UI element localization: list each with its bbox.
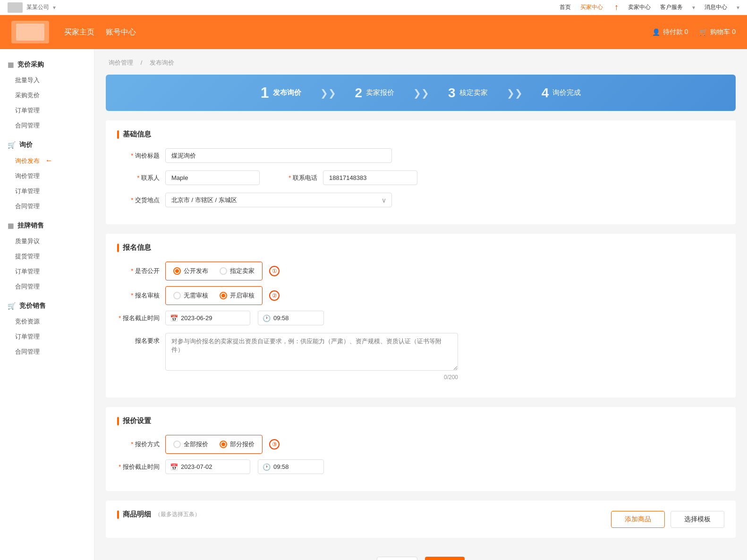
header-nav-buyer-home[interactable]: 买家主页: [64, 27, 94, 37]
step-arrow-3: ❯❯: [507, 87, 523, 99]
sidebar-item-bidding-resource[interactable]: 竞价资源: [0, 314, 94, 329]
product-hint: （最多选择五条）: [155, 510, 200, 518]
customer-service-arrow: ▾: [692, 4, 695, 11]
main-layout: ▦ 竞价采购 批量导入 采购竞价 订单管理 合同管理 🛒 询价 询价发布 ← 询…: [0, 49, 747, 560]
badge-1: ①: [269, 266, 280, 276]
step-4: 4 询价完成: [526, 85, 596, 101]
company-name: 某某公司: [26, 3, 49, 11]
calendar-icon-2: 📅: [170, 463, 178, 471]
radio-circle-designated: [220, 267, 227, 275]
nav-buyer-center[interactable]: 买家中心: [580, 3, 603, 11]
person-icon: 👤: [652, 28, 660, 36]
radio-public-publish[interactable]: 公开发布: [173, 267, 208, 275]
reg-date-wrapper: 📅: [165, 311, 250, 325]
back-button[interactable]: 返回: [377, 557, 417, 560]
quote-date-wrapper: 📅: [165, 459, 250, 474]
phone-input[interactable]: [323, 170, 417, 185]
step-arrow-2: ❯❯: [413, 87, 429, 99]
contact-label: 联系人: [117, 174, 160, 182]
sidebar-item-order-mgmt-1[interactable]: 订单管理: [0, 103, 94, 118]
delivery-location-label: 交货地点: [117, 196, 160, 204]
select-template-button[interactable]: 选择模板: [671, 511, 724, 528]
sidebar-section-bidding-purchase: ▦ 竞价采购 批量导入 采购竞价 订单管理 合同管理: [0, 57, 94, 133]
radio-no-review[interactable]: 无需审核: [173, 291, 208, 300]
quote-datetime: 📅 🕐: [165, 459, 324, 474]
sidebar-item-contract-mgmt-2[interactable]: 合同管理: [0, 199, 94, 214]
sidebar-item-purchase-bidding[interactable]: 采购竞价: [0, 88, 94, 103]
reg-requirements-counter: 0/200: [165, 374, 458, 381]
badge-3: ③: [269, 439, 280, 450]
step-3: 3 核定卖家: [433, 85, 503, 101]
sidebar-item-contract-mgmt-3[interactable]: 合同管理: [0, 279, 94, 294]
sidebar-item-delivery-mgmt[interactable]: 提货管理: [0, 249, 94, 264]
top-nav-right: 首页 买家中心 ↑ 卖家中心 客户服务 ▾ 消息中心 ▾: [560, 2, 739, 12]
sidebar-section-listing-sales: ▦ 挂牌销售 质量异议 提货管理 订单管理 合同管理: [0, 218, 94, 294]
cart-icon-bidding: 🛒: [8, 302, 16, 310]
step-1: 1 发布询价: [246, 84, 316, 102]
breadcrumb: 询价管理 / 发布询价: [106, 59, 736, 67]
quote-date-input[interactable]: [165, 459, 250, 474]
submit-button[interactable]: 提交: [425, 557, 465, 560]
radio-circle-partial-quote: [220, 441, 227, 448]
sidebar-section-title-bidding-purchase: ▦ 竞价采购: [0, 57, 94, 73]
quote-time-wrapper: 🕐: [258, 459, 324, 474]
sidebar-item-contract-mgmt-1[interactable]: 合同管理: [0, 118, 94, 133]
product-details-card: 商品明细 （最多选择五条） 添加商品 选择模板: [106, 501, 736, 538]
header-nav-account[interactable]: 账号中心: [106, 27, 136, 37]
radio-partial-quote[interactable]: 部分报价: [220, 440, 255, 449]
reg-time-wrapper: 🕐: [258, 311, 324, 325]
inquiry-title-row: 询价标题: [117, 148, 724, 163]
delivery-location-select-wrapper[interactable]: 北京市 / 市辖区 / 东城区: [165, 193, 392, 207]
header-nav: 买家主页 账号中心: [64, 27, 136, 37]
top-nav-left: 某某公司 ▾: [8, 2, 56, 13]
quote-deadline-row: 报价截止时间 📅 🕐: [117, 459, 724, 474]
reg-requirements-textarea[interactable]: [165, 333, 458, 371]
contact-input[interactable]: [165, 170, 260, 185]
sidebar-section-title-bidding-sales: 🛒 竞价销售: [0, 298, 94, 314]
reg-date-input[interactable]: [165, 311, 250, 325]
sidebar-item-inquiry-publish[interactable]: 询价发布 ←: [0, 153, 94, 169]
review-label: 报名审核: [117, 291, 160, 300]
sidebar-item-batch-import[interactable]: 批量导入: [0, 73, 94, 88]
quote-method-wrapper: 全部报价 部分报价 ③: [165, 435, 263, 454]
product-title-bar: [117, 510, 119, 519]
reg-deadline-row: 报名截止时间 📅 🕐: [117, 311, 724, 325]
product-header-buttons: 添加商品 选择模板: [611, 511, 724, 528]
radio-all-quote[interactable]: 全部报价: [173, 440, 208, 449]
product-details-title: 商品明细 （最多选择五条）: [117, 510, 200, 519]
pending-payment[interactable]: 👤 待付款 0: [652, 28, 688, 36]
reg-requirements-wrapper: 0/200: [165, 333, 458, 381]
public-label: 是否公开: [117, 267, 160, 275]
sidebar-section-inquiry: 🛒 询价 询价发布 ← 询价管理 订单管理 合同管理: [0, 137, 94, 214]
radio-designated-seller[interactable]: 指定卖家: [220, 267, 255, 275]
review-radio-row: 报名审核 无需审核 开启审核 ②: [117, 286, 724, 305]
cart[interactable]: 🛒 购物车 0: [699, 28, 736, 36]
sidebar-item-quality-dispute[interactable]: 质量异议: [0, 234, 94, 249]
dropdown-icon[interactable]: ▾: [53, 4, 56, 11]
radio-enable-review[interactable]: 开启审核: [220, 291, 255, 300]
registration-info-card: 报名信息 是否公开 公开发布 指定卖家: [106, 234, 736, 398]
sidebar-item-order-mgmt-3[interactable]: 订单管理: [0, 264, 94, 279]
bottom-actions: 返回 提交: [106, 547, 736, 560]
inquiry-title-input[interactable]: [165, 148, 392, 163]
step-2: 2 卖家报价: [340, 85, 410, 101]
quote-settings-title: 报价设置: [117, 416, 724, 425]
radio-circle-public: [173, 267, 181, 275]
nav-seller-center[interactable]: 卖家中心: [628, 3, 651, 11]
sidebar-item-order-mgmt-4[interactable]: 订单管理: [0, 329, 94, 344]
nav-customer-service[interactable]: 客户服务: [660, 3, 683, 11]
top-nav: 某某公司 ▾ 首页 买家中心 ↑ 卖家中心 客户服务 ▾ 消息中心 ▾: [0, 0, 747, 15]
nav-home[interactable]: 首页: [560, 3, 571, 11]
nav-arrow-indicator: ↑: [614, 2, 619, 12]
sidebar-item-inquiry-mgmt[interactable]: 询价管理: [0, 169, 94, 184]
quote-method-radio-group: 全部报价 部分报价: [165, 435, 263, 454]
add-product-button[interactable]: 添加商品: [611, 511, 665, 528]
sidebar-item-contract-mgmt-4[interactable]: 合同管理: [0, 344, 94, 359]
nav-messages[interactable]: 消息中心: [705, 3, 727, 11]
sidebar-item-order-mgmt-2[interactable]: 订单管理: [0, 184, 94, 199]
registration-info-title: 报名信息: [117, 243, 724, 252]
quote-method-row: 报价方式 全部报价 部分报价 ③: [117, 435, 724, 454]
title-bar: [117, 130, 119, 139]
step-arrow-1: ❯❯: [320, 87, 336, 99]
delivery-location-select[interactable]: 北京市 / 市辖区 / 东城区: [165, 193, 392, 207]
